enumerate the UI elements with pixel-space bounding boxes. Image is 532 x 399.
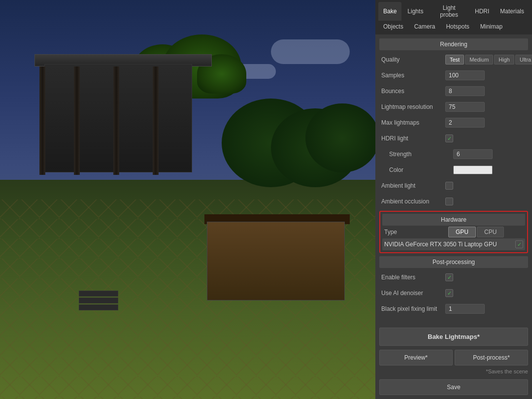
building-pillar: [153, 66, 159, 175]
quality-medium-button[interactable]: Medium: [465, 55, 493, 65]
ai-denoiser-label: Use AI denoiser: [381, 290, 445, 297]
step: [79, 291, 118, 297]
building-pillar: [74, 66, 80, 175]
tab-minimap[interactable]: Minimap: [475, 21, 507, 33]
bake-lightmaps-button[interactable]: Bake Lightmaps*: [379, 328, 528, 346]
lightmap-resolution-input[interactable]: [445, 102, 485, 112]
samples-row: Samples: [379, 69, 528, 82]
quality-row: Quality Test Medium High Ultra: [379, 53, 528, 66]
tab-camera[interactable]: Camera: [409, 21, 440, 33]
viewport: [0, 0, 375, 399]
bottom-buttons: Preview* Post-process*: [379, 350, 528, 366]
tab-objects[interactable]: Objects: [378, 21, 408, 33]
building-steps: [79, 291, 118, 310]
gpu-selected-checkbox[interactable]: ✓: [515, 240, 523, 248]
step: [79, 304, 118, 310]
tab-light-probes[interactable]: Light probes: [429, 2, 469, 21]
save-button[interactable]: Save: [379, 379, 528, 395]
tab-materials[interactable]: Materials: [495, 2, 529, 21]
nav-tabs-row2: Objects Camera Hotspots Minimap: [375, 21, 532, 34]
building-pillar: [113, 66, 119, 175]
color-row: Color: [379, 164, 528, 176]
tab-lights[interactable]: Lights: [402, 2, 428, 21]
hdri-light-checkbox[interactable]: ✓: [445, 134, 453, 142]
bounces-row: Bounces: [379, 85, 528, 98]
building: [15, 25, 222, 212]
bounces-label: Bounces: [381, 88, 445, 95]
ambient-light-checkbox[interactable]: [445, 182, 453, 190]
lightmap-resolution-label: Lightmap resolution: [381, 103, 445, 110]
settings-panel: Bake Lights Light probes HDRI Materials …: [375, 0, 532, 399]
garage: [207, 222, 345, 300]
quality-label: Quality: [381, 56, 445, 63]
hardware-section: Hardware Type GPU CPU NVIDIA GeForce RTX…: [379, 211, 528, 253]
ambient-light-row: Ambient light: [379, 179, 528, 192]
quality-high-button[interactable]: High: [494, 55, 514, 65]
black-pixel-input[interactable]: [445, 304, 485, 314]
hardware-section-header: Hardware: [382, 214, 525, 226]
lightmap-resolution-row: Lightmap resolution: [379, 100, 528, 113]
ai-denoiser-checkbox[interactable]: ✓: [445, 289, 453, 297]
ai-denoiser-row: Use AI denoiser ✓: [379, 287, 528, 299]
ambient-occlusion-checkbox[interactable]: [445, 198, 453, 205]
nav-tabs-row1: Bake Lights Light probes HDRI Materials: [375, 0, 532, 21]
samples-input[interactable]: [445, 70, 485, 80]
hdri-light-row: HDRI light ✓: [379, 132, 528, 145]
tab-hdri[interactable]: HDRI: [470, 2, 494, 21]
panel-content: Rendering Quality Test Medium High Ultra…: [375, 34, 532, 322]
preview-button[interactable]: Preview*: [379, 350, 453, 366]
strength-row: Strength: [379, 148, 528, 161]
strength-input[interactable]: [453, 149, 493, 159]
quality-buttons: Test Medium High Ultra: [445, 55, 532, 65]
enable-filters-label: Enable filters: [381, 274, 445, 281]
color-label: Color: [389, 166, 453, 173]
gpu-row: NVIDIA GeForce RTX 3050 Ti Laptop GPU ✓: [382, 238, 525, 250]
strength-label: Strength: [389, 151, 453, 158]
samples-label: Samples: [381, 72, 445, 79]
note-text: *Saves the scene: [379, 367, 528, 375]
ambient-occlusion-row: Ambient occlusion: [379, 195, 528, 208]
panel-bottom: Bake Lightmaps* Preview* Post-process* *…: [375, 322, 532, 399]
quality-ultra-button[interactable]: Ultra: [515, 55, 532, 65]
postprocess-button[interactable]: Post-process*: [455, 350, 528, 366]
tab-hotspots[interactable]: Hotspots: [441, 21, 474, 33]
max-lightmaps-input[interactable]: [445, 118, 485, 128]
bounces-input[interactable]: [445, 86, 485, 96]
hdri-light-label: HDRI light: [381, 135, 445, 142]
enable-filters-checkbox[interactable]: ✓: [445, 273, 453, 281]
cloud: [271, 39, 350, 64]
gpu-button[interactable]: GPU: [448, 227, 476, 237]
max-lightmaps-row: Max lightmaps: [379, 116, 528, 129]
building-pillar: [39, 66, 45, 175]
tab-bake[interactable]: Bake: [378, 2, 401, 21]
ambient-light-label: Ambient light: [381, 182, 445, 189]
ambient-occlusion-label: Ambient occlusion: [381, 198, 445, 205]
black-pixel-row: Black pixel fixing limit: [379, 302, 528, 315]
max-lightmaps-label: Max lightmaps: [381, 119, 445, 126]
quality-test-button[interactable]: Test: [445, 55, 464, 65]
hardware-type-label: Type: [384, 229, 448, 235]
type-buttons: GPU CPU: [448, 227, 523, 237]
cpu-button[interactable]: CPU: [477, 227, 504, 237]
step: [79, 298, 118, 303]
color-swatch[interactable]: [453, 166, 493, 174]
background-tree: [305, 103, 375, 172]
black-pixel-label: Black pixel fixing limit: [381, 305, 445, 312]
gpu-name-label: NVIDIA GeForce RTX 3050 Ti Laptop GPU: [384, 241, 512, 248]
hardware-type-row: Type GPU CPU: [382, 226, 525, 238]
rendering-section-header: Rendering: [379, 38, 528, 50]
postprocessing-section-header: Post-processing: [379, 256, 528, 268]
enable-filters-row: Enable filters ✓: [379, 271, 528, 284]
